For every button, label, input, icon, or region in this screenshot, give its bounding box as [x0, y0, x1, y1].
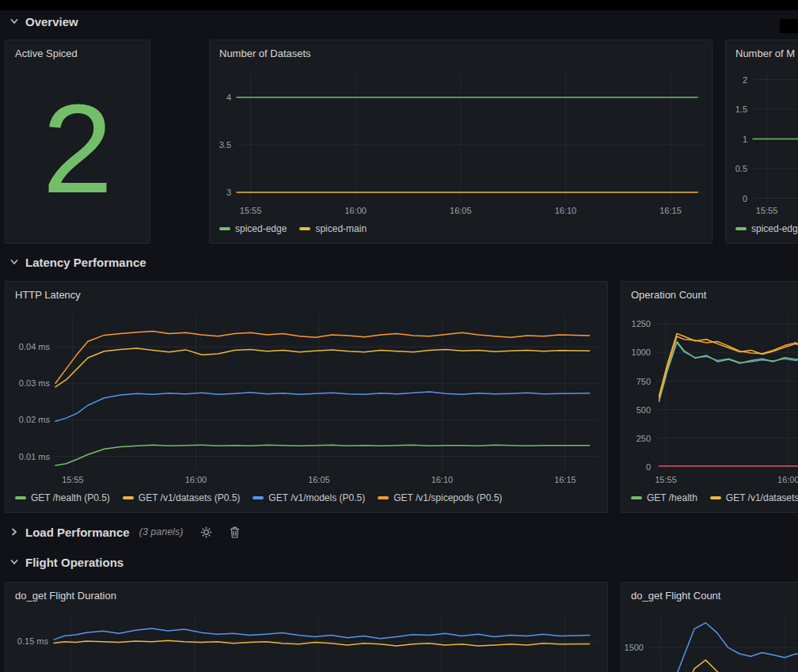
y-tick-label: 0.03 ms	[19, 378, 51, 388]
y-tick-label: 0.01 ms	[19, 452, 51, 461]
section-title: Flight Operations	[25, 556, 124, 569]
panel-flight-duration: do_get Flight Duration 0.15 ms	[5, 582, 608, 672]
x-tick-label: 16:15	[554, 475, 576, 484]
chevron-right-icon	[10, 527, 19, 537]
x-tick-label: 15:55	[240, 206, 262, 215]
y-tick-label: 750	[636, 377, 651, 386]
legend-marker	[15, 496, 26, 499]
panel-number-of-datasets: Number of Datasets 33.5415:5516:0016:051…	[209, 40, 712, 244]
legend-label: spiced-main	[315, 223, 367, 234]
http-latency-chart[interactable]: 0.01 ms0.02 ms0.03 ms0.04 ms15:5516:0016…	[6, 304, 607, 488]
chart-svg: 02505007501000125015:5516:00	[621, 304, 798, 488]
y-tick-label: 2	[743, 75, 747, 85]
y-tick-label: 0.02 ms	[19, 415, 51, 424]
section-title: Load Performance	[25, 526, 130, 539]
x-tick-label: 15:55	[655, 475, 677, 484]
legend-item[interactable]: GET /health (P0.5)	[15, 492, 110, 503]
x-tick-label: 16:00	[777, 475, 798, 484]
y-tick-label: 0.04 ms	[19, 342, 51, 351]
y-tick-label: 0	[743, 194, 747, 203]
grafana-dashboard: Overview Active Spiced 2 Number of Datas…	[0, 0, 798, 672]
series-yellow	[659, 333, 798, 396]
panel-title[interactable]: do_get Flight Count	[621, 583, 798, 605]
legend-item[interactable]: GET /v1/datasets (P0.5)	[123, 492, 241, 503]
panel-http-latency: HTTP Latency 0.01 ms0.02 ms0.03 ms0.04 m…	[5, 281, 608, 513]
x-tick-label: 16:05	[308, 475, 330, 484]
chevron-down-icon	[10, 557, 19, 567]
series-orange	[55, 331, 590, 383]
chart-svg: 33.5415:5516:0016:0516:1016:15	[210, 63, 712, 219]
viewport-artifact	[780, 19, 798, 33]
x-tick-label: 16:00	[344, 206, 367, 215]
section-header-flight[interactable]: Flight Operations	[10, 553, 124, 571]
chart-svg: 00.511.5215:55	[726, 63, 798, 219]
legend-marker	[253, 496, 264, 499]
series-yellow	[55, 348, 590, 387]
y-tick-label: 250	[636, 434, 651, 443]
panel-title[interactable]: HTTP Latency	[6, 282, 607, 304]
operation-count-legend: GET /healthGET /v1/datasets	[621, 488, 798, 512]
panel-active-spiced: Active Spiced 2	[5, 40, 150, 244]
panel-title[interactable]: do_get Flight Duration	[6, 583, 607, 605]
y-tick-label: 0	[646, 462, 651, 472]
flight-count-chart[interactable]: 1500	[621, 605, 798, 672]
models-chart[interactable]: 00.511.5215:55	[726, 63, 798, 219]
legend-item[interactable]: spiced-edg	[735, 223, 798, 234]
x-tick-label: 16:15	[659, 206, 682, 215]
panel-title[interactable]: Active Spiced	[6, 40, 150, 63]
panel-number-of-models: Number of M 00.511.5215:55 spiced-edg	[725, 40, 798, 244]
section-header-latency[interactable]: Latency Performance	[10, 253, 146, 271]
chevron-down-icon	[10, 17, 19, 26]
legend-marker	[378, 496, 389, 499]
legend-item[interactable]: GET /v1/spicepods (P0.5)	[378, 492, 502, 503]
legend-item[interactable]: GET /health	[631, 492, 697, 503]
flight-duration-chart[interactable]: 0.15 ms	[6, 605, 607, 672]
legend-item[interactable]: spiced-main	[299, 223, 367, 234]
chart-svg: 0.01 ms0.02 ms0.03 ms0.04 ms15:5516:0016…	[6, 304, 607, 488]
legend-item[interactable]: GET /v1/datasets	[710, 492, 798, 503]
panel-title[interactable]: Operation Count	[621, 282, 798, 304]
y-tick-label: 0.15 ms	[17, 636, 49, 646]
chevron-down-icon	[10, 257, 19, 267]
gear-icon[interactable]	[200, 526, 212, 538]
section-header-overview[interactable]: Overview	[10, 13, 78, 30]
legend-label: GET /v1/datasets (P0.5)	[139, 492, 241, 503]
panel-title[interactable]: Number of M	[726, 40, 798, 63]
y-tick-label: 0.5	[735, 164, 747, 173]
trash-icon[interactable]	[230, 526, 240, 538]
series-blue	[55, 392, 590, 421]
datasets-legend: spiced-edgespiced-main	[210, 219, 712, 243]
legend-label: spiced-edg	[751, 223, 798, 234]
legend-item[interactable]: spiced-edge	[219, 223, 287, 234]
y-tick-label: 1000	[632, 347, 651, 357]
y-tick-label: 4	[226, 93, 231, 102]
legend-marker	[219, 227, 230, 230]
section-title: Latency Performance	[25, 256, 146, 269]
panel-title[interactable]: Number of Datasets	[210, 40, 712, 63]
operation-count-chart[interactable]: 02505007501000125015:5516:00	[621, 304, 798, 488]
legend-marker	[123, 496, 134, 499]
y-tick-label: 1.5	[735, 104, 747, 114]
series-blue	[659, 343, 798, 402]
series-blue	[54, 628, 590, 640]
y-tick-label: 3	[226, 188, 231, 197]
y-tick-label: 1	[743, 135, 747, 144]
legend-marker	[710, 496, 721, 499]
x-tick-label: 16:00	[185, 475, 207, 484]
datasets-chart[interactable]: 33.5415:5516:0016:0516:1016:15	[210, 63, 712, 219]
x-tick-label: 16:05	[450, 206, 472, 215]
stat-value: 2	[6, 63, 150, 243]
section-header-load[interactable]: Load Performance (3 panels)	[10, 523, 240, 541]
y-tick-label: 500	[636, 405, 651, 415]
legend-label: GET /v1/models (P0.5)	[268, 492, 365, 503]
y-tick-label: 1500	[625, 643, 644, 652]
legend-marker	[735, 227, 747, 230]
legend-item[interactable]: GET /v1/models (P0.5)	[253, 492, 365, 503]
legend-label: GET /v1/datasets	[726, 492, 798, 503]
legend-marker	[631, 496, 642, 499]
top-bar	[0, 0, 798, 10]
legend-label: spiced-edge	[235, 223, 287, 234]
series-green	[55, 445, 590, 465]
models-legend: spiced-edg	[726, 219, 798, 243]
x-tick-label: 15:55	[62, 475, 84, 484]
